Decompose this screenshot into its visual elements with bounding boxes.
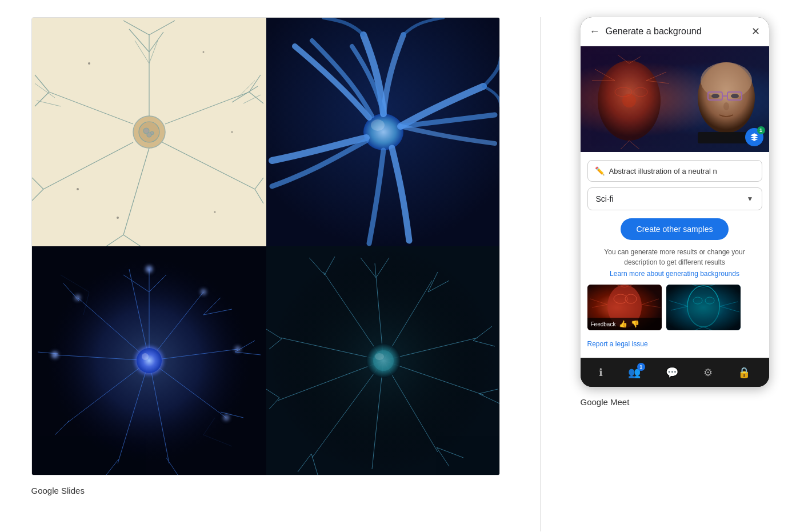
svg-point-35 <box>231 131 233 133</box>
prompt-text: Abstract illustration of a neutral n <box>609 167 755 175</box>
svg-point-131 <box>723 102 729 110</box>
slides-grid-container <box>31 17 500 475</box>
svg-point-110 <box>373 350 394 371</box>
feedback-bar: Feedback 👍 👎 <box>587 318 662 330</box>
slide-image-1[interactable] <box>32 18 266 246</box>
thumbnail-2[interactable] <box>666 285 741 330</box>
thumbnail-1[interactable]: Feedback 👍 👎 <box>587 285 662 330</box>
meet-body: 1 ✏️ Abstract illustration of a neutral … <box>581 46 769 358</box>
meet-header-left: ← Generate a background <box>590 26 702 38</box>
right-panel-label: Google Meet <box>581 397 630 407</box>
left-panel: Google Slides <box>31 17 500 495</box>
feedback-label: Feedback <box>591 321 616 327</box>
svg-point-147 <box>687 287 719 327</box>
thumbs-up-icon[interactable]: 👍 <box>619 320 627 328</box>
meet-header: ← Generate a background ✕ <box>581 17 769 46</box>
nav-badge-count: 1 <box>637 363 645 371</box>
layers-badge[interactable]: 1 <box>745 128 763 146</box>
dropdown-arrow-icon: ▼ <box>747 195 754 203</box>
style-value: Sci-fi <box>596 194 614 203</box>
style-dropdown[interactable]: Sci-fi ▼ <box>587 187 762 210</box>
svg-line-120 <box>629 141 641 149</box>
nav-chat-icon[interactable]: 💬 <box>666 366 678 379</box>
bottom-nav: ℹ 👥 1 💬 ⚙ 🔒 <box>581 358 769 387</box>
svg-point-111 <box>375 353 384 360</box>
svg-point-38 <box>117 217 119 219</box>
edit-icon: ✏️ <box>595 166 605 175</box>
panel-divider <box>540 17 541 531</box>
layers-icon <box>750 133 759 142</box>
info-text: You can generate more results or change … <box>590 247 760 267</box>
prompt-input[interactable]: ✏️ Abstract illustration of a neutral n <box>587 160 762 182</box>
svg-point-71 <box>51 351 58 358</box>
svg-point-73 <box>137 348 162 373</box>
svg-point-129 <box>711 94 719 98</box>
nav-people-icon[interactable]: 👥 1 <box>628 366 641 379</box>
svg-point-33 <box>88 62 90 65</box>
nav-info-icon[interactable]: ℹ <box>599 366 603 379</box>
layers-badge-count: 1 <box>757 126 765 134</box>
left-panel-label: Google Slides <box>31 486 85 495</box>
thumbs-down-icon[interactable]: 👎 <box>631 320 639 328</box>
thumbnail-row: Feedback 👍 👎 <box>587 285 762 330</box>
svg-point-67 <box>146 266 153 273</box>
svg-point-74 <box>142 353 149 360</box>
slide-image-4[interactable] <box>266 246 500 475</box>
report-legal-link[interactable]: Report a legal issue <box>587 340 648 348</box>
svg-point-121 <box>622 94 636 107</box>
svg-point-70 <box>223 415 229 421</box>
svg-point-36 <box>77 188 79 190</box>
back-button[interactable]: ← <box>590 26 600 38</box>
face-left-avatar <box>583 52 675 149</box>
slide-image-2[interactable] <box>266 18 500 246</box>
svg-line-119 <box>618 141 629 149</box>
close-button[interactable]: ✕ <box>751 25 760 38</box>
svg-point-130 <box>731 94 739 98</box>
svg-point-34 <box>202 51 204 53</box>
nav-lock-icon[interactable]: 🔒 <box>738 366 750 379</box>
meet-header-title: Generate a background <box>606 26 702 37</box>
thumbnail-2-image <box>666 285 741 330</box>
svg-point-68 <box>201 289 206 295</box>
svg-point-69 <box>235 346 241 352</box>
learn-more-link[interactable]: Learn more about generating backgrounds <box>581 270 769 278</box>
slides-grid <box>32 18 499 475</box>
svg-point-41 <box>371 119 385 131</box>
svg-point-37 <box>214 211 215 213</box>
create-samples-button[interactable]: Create other samples <box>621 218 729 240</box>
svg-point-5 <box>147 133 151 137</box>
video-preview: 1 <box>581 46 769 152</box>
meet-phone: ← Generate a background ✕ <box>581 17 769 387</box>
right-panel: ← Generate a background ✕ <box>581 17 769 407</box>
slide-image-3[interactable] <box>32 246 266 475</box>
nav-activities-icon[interactable]: ⚙ <box>703 366 713 379</box>
svg-point-72 <box>75 295 81 301</box>
